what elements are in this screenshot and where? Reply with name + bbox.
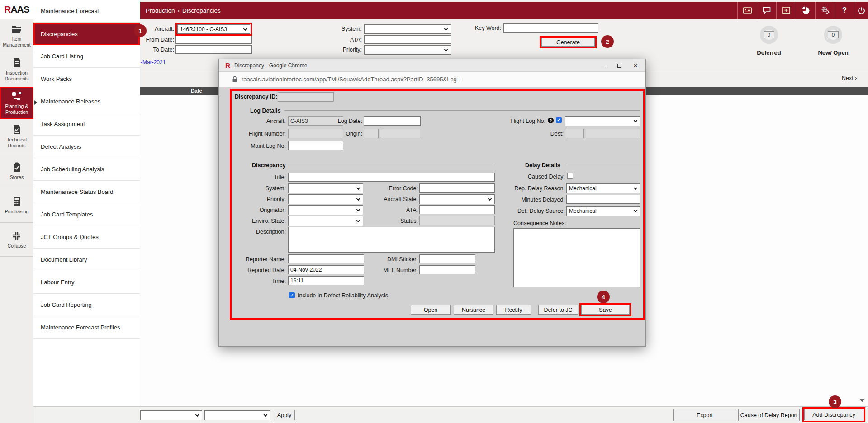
sidebar-item-planning-production[interactable]: Planning & Production	[0, 87, 33, 119]
dest-code-input	[565, 129, 584, 138]
help-icon[interactable]	[835, 2, 854, 19]
next-page-link[interactable]: Next ›	[842, 75, 857, 81]
rail-label: Purchasing	[4, 209, 30, 215]
top-header-bar: Production › Discrepancies	[140, 2, 868, 19]
sidebar-item-stores[interactable]: Stores	[0, 154, 33, 188]
apply-button[interactable]: Apply	[274, 410, 295, 420]
power-icon[interactable]	[854, 2, 868, 19]
sidebar-item-collapse[interactable]: Collapse	[0, 222, 33, 256]
consequence-notes-textarea[interactable]	[513, 228, 640, 287]
breadcrumb-parent[interactable]: Production	[146, 7, 175, 14]
export-button[interactable]: Export	[673, 409, 736, 421]
from-date-input[interactable]	[175, 35, 252, 44]
from-date-label: From Date:	[106, 37, 174, 43]
rail-label: Planning & Production	[1, 103, 33, 115]
chevron-down-icon	[488, 197, 492, 201]
menu-item-document-library[interactable]: Document Library	[33, 249, 140, 271]
chevron-down-icon	[634, 119, 637, 122]
rep-delay-reason-select[interactable]: Mechanical	[566, 183, 640, 193]
raas-favicon: R	[225, 59, 230, 72]
menu-item-job-card-reporting[interactable]: Job Card Reporting	[33, 294, 140, 316]
flight-log-no-select[interactable]	[565, 116, 640, 126]
nuisance-button[interactable]: Nuisance	[454, 305, 493, 315]
include-reliability-checkbox[interactable]	[289, 292, 295, 298]
menu-item-work-packs[interactable]: Work Packs	[33, 68, 140, 90]
maint-log-no-label: Maint Log No:	[220, 143, 286, 149]
chat-icon[interactable]	[757, 2, 776, 19]
rail-divider	[0, 256, 33, 257]
minutes-delayed-label: Minutes Delayed:	[497, 197, 565, 203]
dmi-sticker-input[interactable]	[419, 254, 475, 263]
open-button[interactable]: Open	[411, 305, 451, 315]
ata-input[interactable]	[364, 35, 451, 44]
sidebar-item-inspection-documents[interactable]: Inspection Documents	[0, 52, 33, 87]
to-date-input[interactable]	[175, 45, 252, 54]
header-icon-group	[737, 2, 868, 19]
sidebar-item-purchasing[interactable]: Purchasing	[0, 188, 33, 222]
dialog-url-text[interactable]: raasais.aviationintertec.com/app/TMI/Squ…	[242, 72, 460, 87]
minimize-icon[interactable]	[595, 59, 611, 72]
dlg-ata-input[interactable]	[419, 205, 495, 214]
time-input[interactable]	[288, 276, 364, 285]
menu-item-labour-entry[interactable]: Labour Entry	[33, 271, 140, 294]
mel-number-label: MEL Number:	[350, 267, 418, 273]
settings-gears-icon[interactable]	[815, 2, 835, 19]
flight-log-no-checkbox[interactable]	[556, 117, 562, 123]
menu-item-maintenance-releases[interactable]: Maintenance Releases	[33, 90, 140, 113]
menu-item-task-assignment[interactable]: Task Assignment	[33, 113, 140, 136]
lock-icon	[232, 76, 237, 85]
minutes-delayed-input[interactable]	[566, 195, 640, 204]
footer-filter-select-2[interactable]	[204, 410, 270, 420]
rail-label: Inspection Documents	[0, 70, 33, 81]
id-card-icon[interactable]	[737, 2, 757, 19]
menu-item-maintenance-forecast-profiles[interactable]: Maintenance Forecast Profiles	[33, 316, 140, 339]
help-icon[interactable]	[548, 118, 554, 123]
close-icon[interactable]	[627, 59, 644, 72]
new-window-icon[interactable]	[776, 2, 796, 19]
logo-letters-aas: AAS	[10, 4, 29, 15]
sidebar-item-technical-records[interactable]: Technical Records	[0, 119, 33, 154]
maint-log-no-input[interactable]	[288, 141, 343, 150]
menu-item-job-scheduling-analysis[interactable]: Job Scheduling Analysis	[33, 158, 140, 181]
menu-item-jct-groups-quotes[interactable]: JCT Groups & Quotes	[33, 226, 140, 249]
caused-delay-checkbox[interactable]	[567, 173, 573, 179]
save-highlight-box	[579, 303, 631, 316]
maximize-icon[interactable]	[611, 59, 627, 72]
rectify-button[interactable]: Rectify	[496, 305, 531, 315]
cause-of-delay-report-button[interactable]: Cause of Delay Report	[738, 409, 800, 421]
sidebar-item-item-management[interactable]: Item Management	[0, 19, 33, 52]
chevron-down-icon	[634, 209, 637, 212]
mel-number-input[interactable]	[419, 265, 475, 274]
description-textarea[interactable]	[288, 227, 495, 253]
error-code-input[interactable]	[419, 183, 495, 193]
folder-icon	[11, 24, 22, 34]
menu-item-maintenance-forecast[interactable]: Maintenance Forecast	[33, 0, 140, 23]
priority-select[interactable]	[364, 45, 451, 55]
discrepancy-id-label: Discrepancy ID:	[235, 94, 277, 100]
log-date-input[interactable]	[364, 116, 421, 126]
error-code-label: Error Code:	[350, 185, 418, 192]
menu-item-maintenance-status-board[interactable]: Maintenanace Status Board	[33, 181, 140, 203]
partial-date-link[interactable]: -Mar-2021	[141, 59, 166, 66]
status-input	[419, 216, 495, 225]
defer-to-jc-button[interactable]: Defer to JC	[538, 305, 578, 315]
logo-letter-r: R	[4, 4, 10, 15]
aircraft-state-select[interactable]	[419, 194, 495, 204]
chevron-down-icon	[444, 47, 448, 51]
origin-code-input	[364, 129, 379, 138]
keyword-input[interactable]	[503, 23, 598, 33]
raas-logo[interactable]: RAAS	[0, 0, 33, 19]
rep-delay-reason-label: Rep. Delay Reason:	[497, 185, 565, 192]
menu-item-defect-analysis[interactable]: Defect Analysis	[33, 136, 140, 158]
menu-item-job-card-templates[interactable]: Job Card Templates	[33, 203, 140, 226]
pie-chart-icon[interactable]	[796, 2, 815, 19]
det-delay-source-select[interactable]: Mechanical	[566, 206, 640, 216]
discrepancy-groupline	[288, 165, 495, 165]
origin-label: Origin:	[294, 131, 362, 137]
title-input[interactable]	[288, 173, 495, 182]
dest-name-input	[586, 129, 640, 138]
rail-label: Item Management	[0, 36, 33, 47]
footer-filter-select-1[interactable]	[140, 410, 202, 420]
scroll-down-icon[interactable]	[860, 399, 864, 402]
generate-button[interactable]: Generate	[541, 38, 595, 47]
